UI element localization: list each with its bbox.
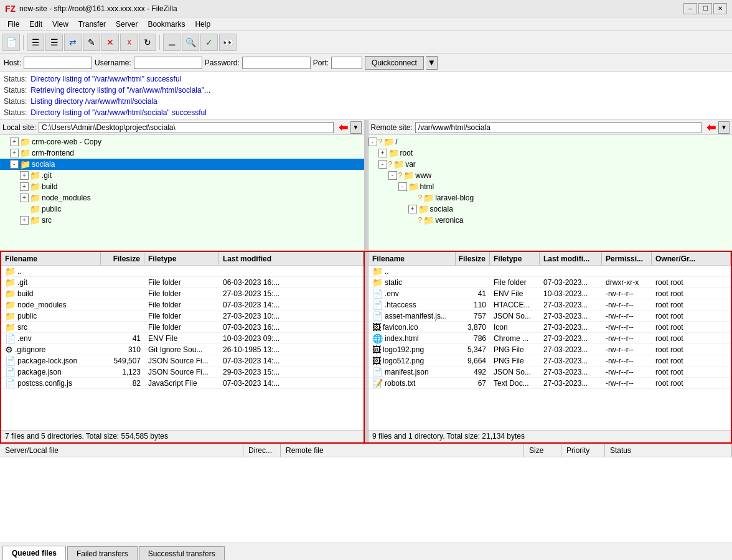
toolbar-disconnect[interactable]: ☓ [120,34,138,51]
remote-file-row[interactable]: 🌐 index.html 786 Chrome ... 27-03-2023..… [368,333,731,344]
remote-file-row[interactable]: 🖼 favicon.ico 3,870 Icon 27-03-2023... -… [368,322,731,333]
remote-tree-item[interactable]: -📁html [368,181,733,192]
remote-file-type: ENV File [490,289,540,298]
remote-file-row[interactable]: 📁 .. [368,266,731,277]
local-site-label: Local site: [2,123,36,132]
remote-file-date: 27-03-2023... [540,379,602,388]
local-tree-item[interactable]: +📁crm-frontend [0,147,364,159]
local-tree[interactable]: +📁crm-core-web - Copy+📁crm-frontend-📁soc… [0,135,364,250]
username-input[interactable] [134,57,202,69]
local-tree-item[interactable]: +📁build [0,181,364,192]
tab-successful-transfers[interactable]: Successful transfers [139,546,225,560]
remote-tree-item[interactable]: ?📁veronica [368,215,733,226]
remote-file-owner: root root [652,301,731,309]
local-file-row[interactable]: 📄 .env 41 ENV File 10-03-2023 09:... [1,333,364,344]
quickconnect-button[interactable]: Quickconnect [365,56,424,70]
remote-path-input[interactable] [415,122,702,133]
menu-edit[interactable]: Edit [24,19,47,30]
remote-file-row[interactable]: 📄 .htaccess 110 HTACCE... 27-03-2023... … [368,299,731,310]
toolbar-btn2[interactable]: ☰ [45,34,63,51]
toolbar-newsite[interactable]: 📄 [2,34,20,51]
local-col-filename[interactable]: Filename [1,252,101,265]
remote-tree-item[interactable]: ?📁laravel-blog [368,192,733,203]
remote-tree-item[interactable]: +📁root [368,147,733,159]
tab-queued-files[interactable]: Queued files [2,546,66,560]
local-file-row[interactable]: 📁 .. [1,266,364,277]
remote-file-row[interactable]: 📁 static File folder 07-03-2023... drwxr… [368,277,731,288]
local-tree-item[interactable]: +📁node_modules [0,192,364,203]
local-file-row[interactable]: 📄 package-lock.json 549,507 JSON Source … [1,355,364,366]
toolbar-refresh[interactable]: ⇄ [64,34,82,51]
local-path-input[interactable] [39,122,333,133]
local-tree-item[interactable]: 📁public [0,203,364,215]
local-file-row[interactable]: 📁 src File folder 07-03-2023 16:... [1,322,364,333]
local-col-filetype[interactable]: Filetype [144,252,219,265]
toolbar-filter[interactable]: ✓ [200,34,218,51]
local-file-row[interactable]: 📁 build File folder 27-03-2023 15:... [1,288,364,299]
menu-server[interactable]: Server [111,19,143,30]
local-tree-item[interactable]: +📁src [0,215,364,226]
local-panel: Local site: ⬅ ▼ +📁crm-core-web - Copy+📁c… [0,120,365,250]
remote-file-row[interactable]: 📄 asset-manifest.js... 757 JSON So... 27… [368,310,731,322]
local-col-filesize[interactable]: Filesize [101,252,144,265]
remote-file-row[interactable]: 🖼 logo512.png 9,664 PNG File 27-03-2023.… [368,355,731,366]
local-file-date: 27-03-2023 15:... [219,289,364,298]
menu-file[interactable]: File [2,19,24,30]
remote-tree-item[interactable]: -?📁www [368,170,733,181]
toolbar-search[interactable]: 🔍 [182,34,199,51]
remote-file-row[interactable]: 📄 .env 41 ENV File 10-03-2023... -rw-r--… [368,288,731,299]
remote-col-owner[interactable]: Owner/Gr... [652,252,731,265]
host-input[interactable] [24,57,92,69]
remote-col-perm[interactable]: Permissi... [602,252,652,265]
toolbar-btn1[interactable]: ☰ [27,34,44,51]
close-button[interactable]: ✕ [713,3,727,14]
remote-tree-item[interactable]: +📁sociala [368,203,733,215]
toolbar-cancel[interactable]: ✕ [101,34,119,51]
quickconnect-dropdown[interactable]: ▼ [426,56,438,70]
local-file-row[interactable]: 📁 .git File folder 06-03-2023 16:... [1,277,364,288]
local-path-dropdown[interactable]: ▼ [350,121,362,134]
toolbar-compare[interactable]: ⚊ [163,34,181,51]
local-tree-item[interactable]: +📁.git [0,170,364,181]
local-file-row[interactable]: 📄 postcss.config.js 82 JavaScript File 0… [1,378,364,389]
local-file-row[interactable]: 📁 public File folder 27-03-2023 10:... [1,310,364,322]
minimize-button[interactable]: – [683,3,697,14]
remote-tree[interactable]: -?📁/+📁root-?📁var-?📁www-📁html?📁laravel-bl… [368,135,733,250]
local-tree-item[interactable]: +📁crm-core-web - Copy [0,136,364,147]
remote-col-filetype[interactable]: Filetype [490,252,540,265]
local-tree-item[interactable]: -📁sociala [0,159,364,170]
remote-col-filename[interactable]: Filename [368,252,456,265]
remote-file-perm: -rw-r--r-- [602,379,652,388]
menu-view[interactable]: View [47,19,73,30]
local-file-date: 07-03-2023 14:... [219,379,364,388]
port-input[interactable] [331,57,362,69]
remote-file-row[interactable]: 📄 manifest.json 492 JSON So... 27-03-202… [368,366,731,378]
remote-col-modified[interactable]: Last modifi... [540,252,602,265]
tq-col-direction: Direc... [243,444,281,457]
password-input[interactable] [242,57,311,69]
menu-transfer[interactable]: Transfer [73,19,111,30]
remote-tree-item[interactable]: -?📁var [368,159,733,170]
port-label: Port: [313,58,329,67]
toolbar-queue[interactable]: ✎ [83,34,100,51]
menu-bookmarks[interactable]: Bookmarks [143,19,190,30]
remote-path-dropdown[interactable]: ▼ [718,121,730,134]
local-col-modified[interactable]: Last modified [219,252,364,265]
tab-failed-transfers[interactable]: Failed transfers [67,546,138,560]
maximize-button[interactable]: ☐ [698,3,712,14]
tree-panels: Local site: ⬅ ▼ +📁crm-core-web - Copy+📁c… [0,120,732,251]
local-file-row[interactable]: 📄 package.json 1,123 JSON Source Fi... 2… [1,366,364,378]
remote-file-date: 27-03-2023... [540,357,602,365]
menu-help[interactable]: Help [190,19,215,30]
remote-tree-item[interactable]: -?📁/ [368,136,733,147]
tq-col-status: Status [605,444,732,457]
remote-col-filesize[interactable]: Filesize [456,252,490,265]
status-line-4: Status: Directory listing of "/var/www/h… [4,107,728,118]
remote-file-row[interactable]: 📝 robots.txt 67 Text Doc... 27-03-2023..… [368,378,731,389]
remote-file-row[interactable]: 🖼 logo192.png 5,347 PNG File 27-03-2023.… [368,344,731,355]
toolbar-browse[interactable]: 👀 [219,34,237,51]
local-file-row[interactable]: 📁 node_modules File folder 07-03-2023 14… [1,299,364,310]
local-file-row[interactable]: ⚙ .gitignore 310 Git Ignore Sou... 26-10… [1,344,364,355]
toolbar-reconnect[interactable]: ↻ [139,34,156,51]
local-file-size: 310 [101,345,144,354]
